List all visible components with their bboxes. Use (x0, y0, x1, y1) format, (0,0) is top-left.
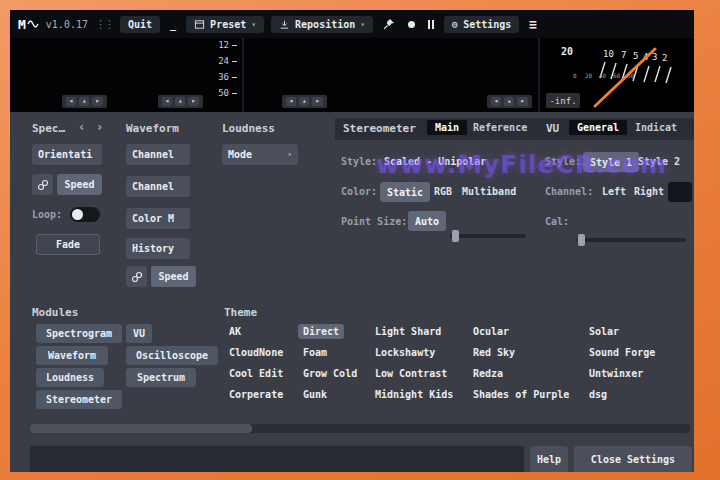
stereo-color-rgb-option[interactable]: RGB (434, 186, 452, 197)
chain-link-icon (131, 271, 143, 283)
module-waveform-button[interactable]: Waveform (36, 346, 108, 365)
module-spectrogram-button[interactable]: Spectrogram (36, 324, 122, 343)
nav-right-icon[interactable]: ▸ (92, 97, 102, 106)
vu-channel-right-option[interactable]: Right (634, 186, 664, 197)
stereo-color-multiband-option[interactable]: Multiband (462, 186, 516, 197)
nav-up-icon[interactable]: ▴ (175, 97, 185, 106)
theme-item[interactable]: Shades of Purple (468, 387, 574, 402)
record-button[interactable] (405, 18, 418, 31)
module-stereometer-button[interactable]: Stereometer (36, 390, 122, 409)
theme-item[interactable]: Red Sky (468, 345, 520, 360)
chevron-down-icon: ▾ (283, 150, 292, 159)
reposition-label: Reposition (295, 19, 355, 30)
section-title-theme: Theme (224, 306, 257, 319)
menu-button[interactable]: ≡ (526, 14, 540, 35)
theme-item[interactable]: Untwinxer (584, 366, 648, 381)
vu-scale-number: 10 (603, 49, 614, 59)
vu-style1-option[interactable]: Style 1 (583, 152, 639, 172)
theme-item[interactable]: Low Contrast (370, 366, 452, 381)
slider-thumb[interactable] (452, 230, 459, 242)
section-title-vu: VU (546, 122, 559, 135)
pointsize-slider[interactable] (450, 234, 526, 238)
waveform-channel1-dropdown[interactable]: Channel (126, 144, 190, 165)
theme-item[interactable]: Lockshawty (370, 345, 440, 360)
theme-item[interactable]: Cool Edit (224, 366, 288, 381)
theme-item[interactable]: Sound Forge (584, 345, 660, 360)
link-button[interactable] (32, 174, 53, 195)
tab-stereometer-reference[interactable]: Reference (465, 120, 535, 135)
quit-button[interactable]: Quit (120, 16, 160, 33)
minimize-button[interactable]: _ (167, 16, 179, 33)
theme-item[interactable]: Midnight Kids (370, 387, 458, 402)
version-label: v1.0.17 (46, 19, 88, 30)
tab-stereometer-main[interactable]: Main (427, 120, 467, 135)
nav-left-icon[interactable]: ◂ (66, 97, 76, 106)
vu-style2-option[interactable]: Style 2 (638, 156, 680, 167)
help-button[interactable]: Help (530, 446, 568, 472)
nav-left-icon[interactable]: ◂ (286, 97, 296, 106)
logo-letter: M (18, 17, 26, 32)
nav-right-icon[interactable]: ▸ (312, 97, 322, 106)
channel-value: Channel (132, 149, 174, 160)
module-loudness-button[interactable]: Loudness (36, 368, 104, 387)
slider-thumb[interactable] (578, 234, 585, 246)
vu-channel-extra-button[interactable] (668, 182, 692, 202)
vu-cal-label: Cal: (545, 216, 569, 227)
cal-slider[interactable] (576, 238, 686, 242)
prev-page-icon[interactable]: ‹ (78, 120, 85, 134)
pin-button[interactable] (380, 15, 398, 33)
theme-item[interactable]: Gunk (298, 387, 332, 402)
close-settings-button[interactable]: Close Settings (574, 446, 692, 472)
orientation-dropdown[interactable]: Orientati (32, 144, 102, 165)
module-oscilloscope-button[interactable]: Oscilloscope (126, 346, 218, 365)
theme-item[interactable]: Solar (584, 324, 624, 339)
wave-icon (27, 19, 39, 29)
theme-item[interactable]: Foam (298, 345, 332, 360)
nav-up-icon[interactable]: ▴ (79, 97, 89, 106)
fade-button[interactable]: Fade (36, 234, 100, 255)
waveform-channel2-dropdown[interactable]: Channel (126, 176, 190, 197)
next-page-icon[interactable]: › (96, 120, 103, 134)
preset-label: Preset (210, 19, 246, 30)
waveform-history-dropdown[interactable]: History (126, 238, 190, 259)
spec-speed-button[interactable]: Speed (57, 174, 102, 195)
stereo-style-value[interactable]: Scaled - Unipolar (384, 156, 486, 167)
theme-item[interactable]: dsg (584, 387, 612, 402)
theme-item[interactable]: Ocular (468, 324, 514, 339)
loop-toggle[interactable] (70, 207, 100, 222)
stereo-pointsize-auto-button[interactable]: Auto (408, 211, 446, 231)
module-spectrum-button[interactable]: Spectrum (126, 368, 196, 387)
section-title-waveform: Waveform (126, 122, 179, 135)
loudness-mode-dropdown[interactable]: Mode ▾ (222, 144, 298, 165)
stereo-color-static-option[interactable]: Static (380, 182, 430, 202)
tab-vu-general[interactable]: General (569, 120, 627, 135)
tab-vu-indicator[interactable]: Indicat (627, 120, 685, 135)
nav-left-icon[interactable]: ◂ (491, 97, 501, 106)
loop-label: Loop: (32, 209, 62, 220)
scrollbar-thumb[interactable] (30, 424, 252, 433)
reposition-button[interactable]: Reposition ▾ (271, 16, 373, 33)
theme-item[interactable]: Redza (468, 366, 508, 381)
waveform-colormode-dropdown[interactable]: Color M (126, 208, 190, 229)
nav-right-icon[interactable]: ▸ (188, 97, 198, 106)
vu-channel-left-option[interactable]: Left (602, 186, 626, 197)
theme-item[interactable]: Light Shard (370, 324, 446, 339)
nav-up-icon[interactable]: ▴ (504, 97, 514, 106)
theme-item[interactable]: Grow Cold (298, 366, 362, 381)
nav-left-icon[interactable]: ◂ (162, 97, 172, 106)
theme-item-selected[interactable]: Direct (298, 324, 344, 339)
waveform-speed-button[interactable]: Speed (151, 266, 196, 287)
link-button[interactable] (126, 266, 147, 287)
settings-button[interactable]: ⚙ Settings (444, 16, 519, 33)
theme-item[interactable]: Corperate (224, 387, 288, 402)
horizontal-scrollbar[interactable] (30, 424, 690, 433)
nav-right-icon[interactable]: ▸ (517, 97, 527, 106)
preset-button[interactable]: Preset ▾ (186, 16, 264, 33)
command-input[interactable] (30, 446, 524, 472)
drag-handle-icon[interactable]: ⋮⋮ (95, 18, 113, 31)
theme-item[interactable]: AK (224, 324, 246, 339)
module-vu-button[interactable]: VU (126, 324, 152, 343)
pause-button[interactable] (425, 17, 437, 32)
theme-item[interactable]: CloudNone (224, 345, 288, 360)
nav-up-icon[interactable]: ▴ (299, 97, 309, 106)
